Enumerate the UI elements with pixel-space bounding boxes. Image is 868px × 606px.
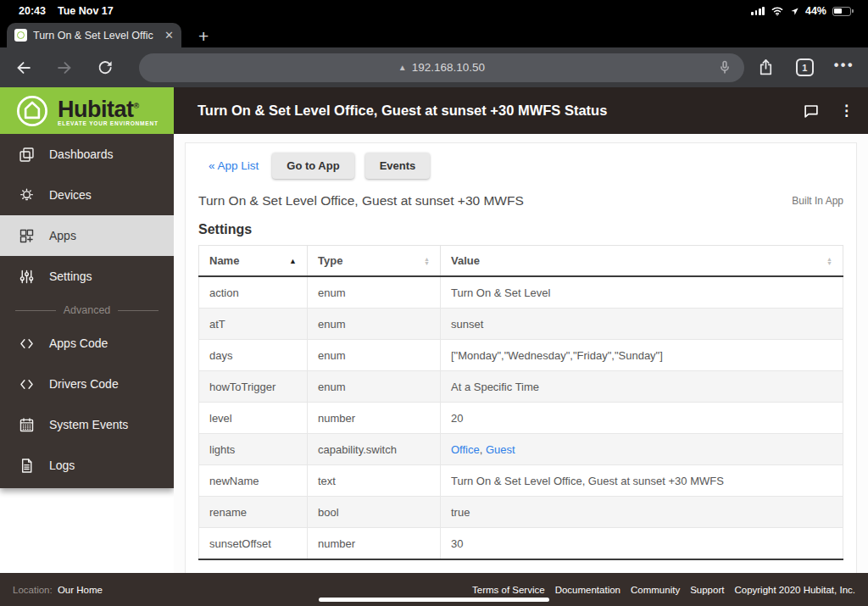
- setting-name: howToTrigger: [199, 371, 308, 403]
- footer-link-community[interactable]: Community: [631, 585, 680, 595]
- sort-icon: ▲▼: [826, 257, 832, 265]
- sidebar-item-system-events[interactable]: System Events: [0, 404, 174, 445]
- setting-name: newName: [199, 465, 308, 497]
- settings-table: Name▲Type▲▼Value▲▼ actionenumTurn On & S…: [198, 245, 843, 560]
- hubitat-favicon: [14, 29, 27, 42]
- sidebar-item-drivers-code[interactable]: Drivers Code: [0, 364, 174, 404]
- setting-row-newName: newNametextTurn On & Set Level Office, G…: [199, 465, 843, 497]
- setting-row-action: actionenumTurn On & Set Level: [199, 276, 843, 309]
- setting-row-howToTrigger: howToTriggerenumAt a Specific Time: [199, 371, 843, 403]
- page-header-bar: Turn On & Set Level Office, Guest at sun…: [174, 87, 868, 134]
- setting-value: 20: [451, 412, 463, 425]
- column-header-type[interactable]: Type▲▼: [308, 246, 441, 277]
- action-buttons: Go to AppEvents: [272, 153, 441, 179]
- back-button[interactable]: [14, 58, 34, 78]
- chat-icon[interactable]: [802, 102, 821, 120]
- sidebar-item-devices[interactable]: Devices: [0, 175, 174, 215]
- setting-value: sunset: [451, 318, 483, 331]
- device-link-guest[interactable]: Guest: [486, 443, 515, 456]
- logo-tagline: ELEVATE YOUR ENVIRONMENT: [58, 120, 159, 126]
- battery-percent: 44%: [805, 5, 826, 17]
- sidebar-item-apps[interactable]: Apps: [0, 215, 174, 256]
- location-arrow-icon: [790, 7, 799, 16]
- header-menu-icon[interactable]: ⋮: [839, 104, 854, 117]
- forward-button[interactable]: [54, 58, 75, 78]
- setting-type: enum: [308, 340, 441, 371]
- reload-button[interactable]: [95, 58, 115, 78]
- home-indicator[interactable]: [319, 598, 549, 603]
- device-link-office[interactable]: Office: [451, 443, 480, 456]
- app-name-title: Turn On & Set Level Office, Guest at sun…: [198, 193, 524, 208]
- setting-type: enum: [308, 309, 441, 340]
- hubitat-logo[interactable]: Hubitat® ELEVATE YOUR ENVIRONMENT: [0, 87, 174, 134]
- sidebar-item-label: Dashboards: [49, 147, 114, 161]
- sidebar-divider-advanced: Advanced: [0, 297, 174, 323]
- column-label: Value: [451, 254, 480, 267]
- date: Tue Nov 17: [58, 5, 114, 17]
- setting-row-rename: renamebooltrue: [199, 497, 843, 528]
- browser-menu-button[interactable]: •••: [834, 58, 854, 77]
- built-in-app-badge: Built In App: [792, 195, 843, 207]
- sort-asc-icon: ▲: [289, 257, 297, 265]
- sidebar-item-apps-code[interactable]: Apps Code: [0, 323, 174, 364]
- share-button[interactable]: [756, 58, 776, 77]
- browser-tab[interactable]: Turn On & Set Level Offic ✕: [7, 23, 181, 47]
- location-value: Our Home: [58, 585, 103, 595]
- sidebar: DashboardsDevicesAppsSettingsAdvancedApp…: [0, 134, 174, 488]
- sidebar-item-label: Apps: [49, 229, 76, 242]
- footer-link-support[interactable]: Support: [690, 585, 724, 595]
- system-events-icon: [16, 414, 36, 435]
- sidebar-item-logs[interactable]: Logs: [0, 445, 174, 486]
- devices-icon: [16, 185, 36, 205]
- main-area: « App List Go to AppEvents Turn On & Set…: [174, 134, 868, 573]
- sidebar-item-label: Drivers Code: [49, 377, 119, 391]
- close-tab-icon[interactable]: ✕: [164, 29, 174, 42]
- app-header: Hubitat® ELEVATE YOUR ENVIRONMENT Turn O…: [0, 87, 868, 134]
- footer-link-terms-of-service[interactable]: Terms of Service: [472, 585, 545, 595]
- footer-link-documentation[interactable]: Documentation: [555, 585, 620, 595]
- battery-icon: [832, 7, 851, 16]
- settings-table-body: actionenumTurn On & Set LevelatTenumsuns…: [199, 276, 843, 559]
- setting-type: text: [308, 465, 441, 497]
- sidebar-item-settings[interactable]: Settings: [0, 256, 174, 297]
- logo-wordmark: Hubitat®: [58, 95, 159, 120]
- new-tab-button[interactable]: +: [198, 27, 209, 45]
- column-header-value[interactable]: Value▲▼: [441, 246, 843, 277]
- logs-icon: [16, 455, 36, 475]
- sidebar-item-label: Devices: [49, 188, 92, 202]
- setting-type: enum: [308, 276, 441, 309]
- voice-search-icon[interactable]: [715, 58, 735, 78]
- app-list-link[interactable]: « App List: [209, 159, 259, 172]
- events-button[interactable]: Events: [365, 153, 431, 179]
- setting-type: bool: [308, 497, 441, 528]
- sidebar-item-label: System Events: [49, 418, 128, 431]
- setting-type: enum: [308, 371, 441, 403]
- dashboards-icon: [16, 144, 36, 164]
- setting-name: lights: [199, 434, 308, 465]
- footer-links: Terms of ServiceDocumentationCommunitySu…: [462, 585, 855, 595]
- setting-row-lights: lightscapability.switchOffice, Guest: [199, 434, 843, 465]
- wifi-icon: [771, 6, 784, 16]
- go-to-app-button[interactable]: Go to App: [272, 153, 353, 179]
- ios-status-bar: 20:43 Tue Nov 17 44%: [0, 0, 868, 20]
- browser-toolbar: ▲ 192.168.10.50 1 •••: [0, 47, 868, 87]
- copyright-text: Copyright 2020 Hubitat, Inc.: [734, 585, 855, 595]
- settings-table-header: Name▲Type▲▼Value▲▼: [199, 246, 843, 277]
- hubitat-house-icon: [14, 93, 50, 129]
- sidebar-item-label: Apps Code: [49, 336, 108, 350]
- setting-name: days: [199, 340, 308, 371]
- setting-value: Turn On & Set Level Office, Guest at sun…: [451, 475, 724, 487]
- tab-title: Turn On & Set Level Offic: [33, 30, 159, 42]
- setting-value: true: [451, 506, 470, 519]
- setting-row-days: daysenum["Monday","Wednesday","Friday","…: [199, 340, 843, 371]
- tab-switcher-button[interactable]: 1: [796, 58, 814, 76]
- column-label: Name: [209, 254, 239, 267]
- sidebar-item-dashboards[interactable]: Dashboards: [0, 134, 174, 175]
- column-header-name[interactable]: Name▲: [199, 246, 308, 277]
- url-text: 192.168.10.50: [412, 61, 485, 74]
- screen: 20:43 Tue Nov 17 44% Turn On & Set Level…: [0, 0, 868, 606]
- setting-value: ["Monday","Wednesday","Friday","Sunday"]: [451, 349, 663, 362]
- url-bar[interactable]: ▲ 192.168.10.50: [139, 53, 744, 82]
- sidebar-item-label: Settings: [49, 270, 92, 283]
- setting-value: Turn On & Set Level: [451, 286, 550, 299]
